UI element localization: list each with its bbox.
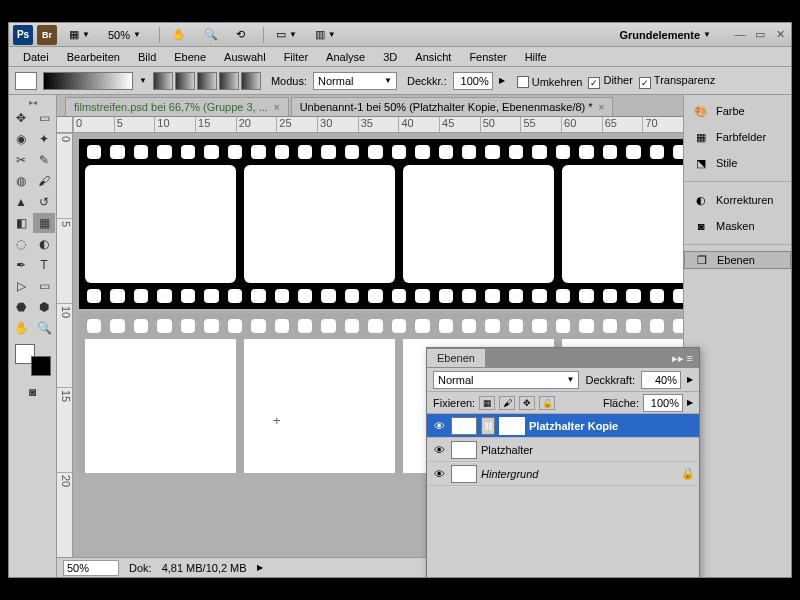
filmstrip-top — [79, 139, 683, 309]
pen-tool[interactable]: ✒ — [10, 255, 32, 275]
visibility-icon[interactable]: 👁 — [431, 444, 447, 456]
3d-cam-tool[interactable]: ⬢ — [33, 297, 55, 317]
panel-korrekturen[interactable]: ◐Korrekturen — [684, 188, 791, 212]
maximize-button[interactable]: ▭ — [753, 28, 767, 41]
layer-thumb[interactable] — [451, 465, 477, 483]
layer-name[interactable]: Hintergrund — [481, 468, 538, 480]
close-button[interactable]: ✕ — [773, 28, 787, 41]
menu-datei[interactable]: Datei — [15, 49, 57, 65]
3d-tool[interactable]: ⬣ — [10, 297, 32, 317]
dodge-tool[interactable]: ◐ — [33, 234, 55, 254]
bridge-icon[interactable]: Br — [37, 25, 57, 45]
visibility-icon[interactable]: 👁 — [431, 468, 447, 480]
gradient-reflected[interactable] — [219, 72, 239, 90]
mask-icon: ◙ — [692, 218, 710, 234]
menu-bild[interactable]: Bild — [130, 49, 164, 65]
doc-tab-1[interactable]: filmstreifen.psd bei 66,7% (Gruppe 3, ..… — [65, 97, 289, 116]
doc-tab-2[interactable]: Unbenannt-1 bei 50% (Platzhalter Kopie, … — [291, 97, 614, 116]
lock-transparency[interactable]: ▦ — [479, 396, 495, 410]
zoom-dropdown[interactable]: 50%▼ — [102, 27, 147, 43]
menu-auswahl[interactable]: Auswahl — [216, 49, 274, 65]
tool-preset[interactable] — [15, 72, 37, 90]
blend-mode-select[interactable]: Normal▼ — [433, 371, 579, 389]
layer-row[interactable]: 👁 Hintergrund 🔒 — [427, 462, 699, 486]
menu-fenster[interactable]: Fenster — [461, 49, 514, 65]
type-tool[interactable]: T — [33, 255, 55, 275]
gradient-preview[interactable] — [43, 72, 133, 90]
dither-checkbox[interactable]: ✓ — [588, 77, 600, 89]
layer-thumb[interactable] — [451, 417, 477, 435]
blur-tool[interactable]: ◌ — [10, 234, 32, 254]
gradient-linear[interactable] — [153, 72, 173, 90]
menu-ebene[interactable]: Ebene — [166, 49, 214, 65]
layer-row[interactable]: 👁 Platzhalter — [427, 438, 699, 462]
gradient-diamond[interactable] — [241, 72, 261, 90]
lasso-tool[interactable]: ◉ — [10, 129, 32, 149]
mask-thumb[interactable] — [499, 417, 525, 435]
panel-farbfelder[interactable]: ▦Farbfelder — [684, 125, 791, 149]
main-area: ▸◂ ✥▭ ◉✦ ✂✎ ◍🖌 ▲↺ ◧▦ ◌◐ ✒T ▷▭ ⬣⬢ ✋🔍 ◙ fi… — [9, 95, 791, 577]
deckkraft-input[interactable]: 40% — [641, 371, 681, 389]
color-swatches[interactable] — [15, 344, 51, 376]
minimize-button[interactable]: — — [733, 28, 747, 41]
gradient-radial[interactable] — [175, 72, 195, 90]
brush-tool[interactable]: 🖌 — [33, 171, 55, 191]
wand-tool[interactable]: ✦ — [33, 129, 55, 149]
reverse-checkbox[interactable] — [517, 76, 529, 88]
workspace-switcher[interactable]: Grundelemente▼ — [613, 27, 717, 43]
visibility-icon[interactable]: 👁 — [431, 420, 447, 432]
menu-analyse[interactable]: Analyse — [318, 49, 373, 65]
lock-position[interactable]: ✥ — [519, 396, 535, 410]
marquee-tool[interactable]: ▭ — [33, 108, 55, 128]
arrange-docs-button[interactable]: ▦▼ — [63, 26, 96, 43]
mode-select[interactable]: Normal▼ — [313, 72, 397, 90]
hand-tool[interactable]: ✋ — [10, 318, 32, 338]
panel-farbe[interactable]: 🎨Farbe — [684, 99, 791, 123]
layer-name[interactable]: Platzhalter — [481, 444, 533, 456]
crop-tool[interactable]: ✂ — [10, 150, 32, 170]
gradient-tool[interactable]: ▦ — [33, 213, 55, 233]
opacity-input[interactable]: 100% — [453, 72, 493, 90]
rotate-view-icon[interactable]: ⟲ — [230, 26, 251, 43]
menu-ansicht[interactable]: Ansicht — [407, 49, 459, 65]
ruler-vertical: 05101520 — [57, 133, 73, 557]
close-icon[interactable]: × — [274, 102, 280, 113]
layer-row[interactable]: 👁 ⛓ Platzhalter Kopie — [427, 414, 699, 438]
history-brush[interactable]: ↺ — [33, 192, 55, 212]
layers-tab[interactable]: Ebenen — [427, 349, 485, 367]
eyedropper-tool[interactable]: ✎ — [33, 150, 55, 170]
panel-menu-icon[interactable]: ▸▸ ≡ — [666, 352, 699, 365]
transparency-checkbox[interactable]: ✓ — [639, 77, 651, 89]
extras-button[interactable]: ▥▼ — [309, 26, 342, 43]
lock-icon: 🔒 — [681, 467, 695, 480]
menu-filter[interactable]: Filter — [276, 49, 316, 65]
menu-3d[interactable]: 3D — [375, 49, 405, 65]
options-bar: ▼ Modus: Normal▼ Deckkr.: 100%▶ Umkehren… — [9, 67, 791, 95]
healing-tool[interactable]: ◍ — [10, 171, 32, 191]
stamp-tool[interactable]: ▲ — [10, 192, 32, 212]
move-tool[interactable]: ✥ — [10, 108, 32, 128]
layer-thumb[interactable] — [451, 441, 477, 459]
panel-stile[interactable]: ⬔Stile — [684, 151, 791, 175]
gradient-angle[interactable] — [197, 72, 217, 90]
shape-tool[interactable]: ▭ — [33, 276, 55, 296]
hand-tool-icon[interactable]: ✋ — [166, 26, 192, 43]
menu-hilfe[interactable]: Hilfe — [517, 49, 555, 65]
panel-masken[interactable]: ◙Masken — [684, 214, 791, 238]
layer-name[interactable]: Platzhalter Kopie — [529, 420, 618, 432]
zoom-tool-icon[interactable]: 🔍 — [198, 26, 224, 43]
quickmask-toggle[interactable]: ◙ — [22, 382, 44, 402]
status-zoom[interactable]: 50% — [63, 560, 119, 576]
layers-tabs: Ebenen ▸▸ ≡ — [427, 348, 699, 368]
link-icon[interactable]: ⛓ — [481, 417, 495, 435]
menu-bearbeiten[interactable]: Bearbeiten — [59, 49, 128, 65]
zoom-tool[interactable]: 🔍 — [33, 318, 55, 338]
lock-pixels[interactable]: 🖌 — [499, 396, 515, 410]
panel-ebenen[interactable]: ❐Ebenen — [684, 251, 791, 269]
close-icon[interactable]: × — [599, 102, 605, 113]
flaeche-input[interactable]: 100% — [643, 394, 683, 412]
eraser-tool[interactable]: ◧ — [10, 213, 32, 233]
lock-all[interactable]: 🔒 — [539, 396, 555, 410]
screen-mode-button[interactable]: ▭▼ — [270, 26, 303, 43]
path-tool[interactable]: ▷ — [10, 276, 32, 296]
